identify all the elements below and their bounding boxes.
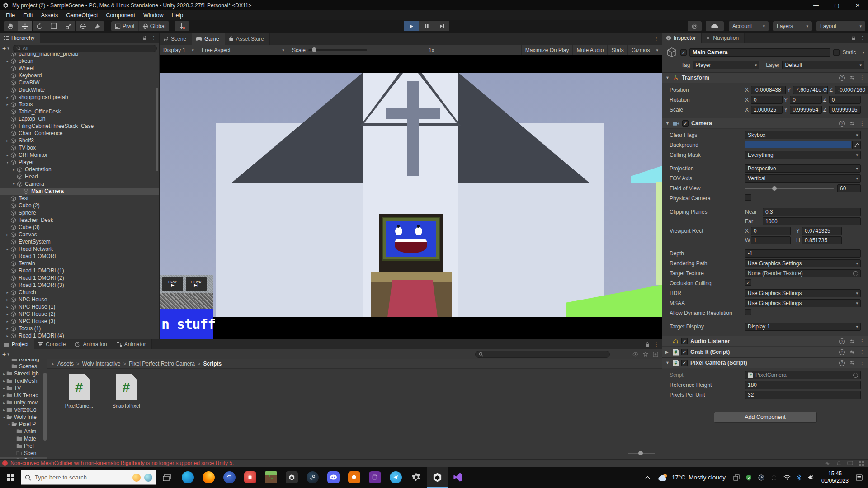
hierarchy-item[interactable]: ▸Tocus (1) — [0, 325, 159, 332]
more-menu-icon[interactable]: ⋮ — [860, 35, 865, 41]
value-field[interactable]: -1 — [745, 249, 861, 258]
help-icon[interactable]: ? — [839, 349, 845, 355]
presets-icon[interactable] — [849, 360, 855, 366]
collapsed-arrow-icon[interactable]: ▸ — [5, 139, 10, 143]
scale-slider[interactable] — [308, 49, 367, 51]
game-viewport[interactable]: PLAY ▶ F.FWD ▶| n stuff — [160, 55, 662, 339]
collapsed-arrow-icon[interactable]: ▸ — [5, 334, 10, 338]
presets-icon[interactable] — [849, 121, 855, 126]
display-dropdown[interactable]: Display 1▾ — [160, 45, 198, 55]
collapsed-arrow-icon[interactable]: ▸ — [5, 103, 10, 107]
snap-grid-button[interactable] — [175, 21, 189, 31]
hierarchy-item[interactable]: EventSystem — [0, 238, 159, 245]
hierarchy-item[interactable]: ▸NPC House (2) — [0, 310, 159, 318]
value-field[interactable]: 32 — [745, 391, 861, 399]
dropdown-field[interactable]: Display 1▾ — [745, 323, 861, 331]
collapsed-arrow-icon[interactable]: ▸ — [5, 291, 10, 295]
component-checkbox[interactable]: ✓ — [681, 338, 688, 344]
value-field[interactable]: 1 — [751, 236, 791, 244]
breadcrumb-item[interactable]: Assets — [57, 361, 74, 367]
hierarchy-item[interactable]: ▸shopping cart prefab — [0, 94, 159, 101]
collapsed-arrow-icon[interactable]: ▸ — [2, 408, 6, 412]
minimize-button[interactable]: — — [806, 0, 826, 10]
global-toggle[interactable]: Global — [139, 21, 170, 31]
collapsed-arrow-icon[interactable]: ▸ — [5, 312, 10, 316]
maximize-button[interactable]: ▢ — [826, 0, 847, 10]
menu-help[interactable]: Help — [167, 10, 187, 20]
value-field[interactable]: 0 — [751, 227, 791, 235]
project-folder-item[interactable]: Mate — [0, 435, 47, 442]
wifi-icon[interactable] — [780, 467, 794, 488]
notification-center-icon[interactable] — [853, 467, 868, 488]
value-field[interactable]: -0.0008438 — [751, 86, 786, 94]
hierarchy-item[interactable]: ▸CRTMonitor — [0, 151, 159, 159]
project-search-input[interactable] — [475, 351, 610, 358]
taskbar-weather[interactable]: 17°C Mostly cloudy — [653, 473, 730, 482]
collapsed-arrow-icon[interactable]: ▸ — [5, 95, 10, 99]
component-header-camera[interactable]: ▼ ✓ Camera ? ⋮ — [662, 118, 868, 129]
favorites-star-icon[interactable] — [643, 352, 648, 357]
taskbar-app-settings[interactable] — [406, 467, 427, 488]
project-folder-item[interactable]: ▸unity-mov — [0, 399, 47, 406]
layer-dropdown[interactable]: Default▾ — [782, 61, 864, 69]
value-field[interactable]: 1000 — [763, 217, 861, 225]
component-checkbox[interactable]: ✓ — [682, 120, 689, 127]
taskbar-app-firefox[interactable] — [198, 467, 219, 488]
menu-file[interactable]: File — [2, 10, 19, 20]
asset-tile[interactable]: #SnapToPixel — [109, 374, 143, 408]
status-bar[interactable]: ! Non-convex MeshCollider with non-kinem… — [0, 459, 868, 467]
plastic-scm-button[interactable] — [688, 21, 702, 31]
project-folder-item[interactable]: Rotating — [0, 359, 47, 363]
more-menu-icon[interactable]: ⋮ — [654, 341, 659, 347]
dropdown-field[interactable]: Vertical▾ — [745, 174, 861, 183]
help-icon[interactable]: ? — [839, 121, 845, 127]
game-control-gizmos[interactable]: Gizmos▾ — [627, 45, 662, 55]
more-menu-icon[interactable]: ⋮ — [859, 120, 865, 127]
taskbar-app-orange-app[interactable] — [344, 467, 364, 488]
taskbar-app-visual-studio[interactable] — [448, 467, 468, 488]
game-control-stats[interactable]: Stats — [607, 45, 627, 55]
hidden-count-icon[interactable] — [653, 352, 658, 357]
hand-tool-button[interactable] — [4, 21, 18, 31]
hierarchy-item[interactable]: CowBIW — [0, 79, 159, 86]
layout-grid-icon[interactable] — [859, 460, 864, 466]
tab-game[interactable]: Game — [192, 33, 225, 45]
collapsed-arrow-icon[interactable]: ▸ — [5, 298, 10, 302]
start-button[interactable] — [0, 467, 21, 488]
dropdown-field[interactable]: Skybox▾ — [745, 131, 861, 139]
component-header-pixel-camera[interactable]: ▼ # ✓ Pixel Camera (Script) ? ⋮ — [662, 357, 868, 368]
component-checkbox[interactable]: ✓ — [681, 349, 688, 355]
taskbar-app-unity-editor[interactable] — [427, 467, 448, 488]
breadcrumb-item[interactable]: Pixel Perfect Retro Camera — [129, 361, 195, 367]
game-control-mute-audio[interactable]: Mute Audio — [572, 45, 607, 55]
step-button[interactable] — [434, 21, 449, 31]
value-field[interactable]: 0 — [790, 96, 821, 104]
tab-inspector[interactable]: Inspector — [662, 33, 702, 43]
menu-assets[interactable]: Assets — [37, 10, 62, 20]
hierarchy-item[interactable]: Head — [0, 173, 159, 180]
expanded-arrow-icon[interactable]: ▾ — [5, 160, 10, 164]
hierarchy-item[interactable]: Cube (2) — [0, 202, 159, 209]
bell-off-icon[interactable] — [836, 460, 842, 466]
project-folder-item[interactable]: ▸StreetLigh — [0, 370, 47, 377]
create-object-button[interactable]: + — [2, 45, 6, 52]
move-tool-button[interactable] — [18, 21, 32, 31]
hierarchy-item[interactable]: Sphere — [0, 209, 159, 216]
dropdown-field[interactable]: Everything▾ — [745, 151, 861, 159]
hierarchy-item[interactable]: Road 1 OMORI (1) — [0, 267, 159, 274]
static-checkbox[interactable] — [833, 49, 840, 56]
menu-window[interactable]: Window — [139, 10, 167, 20]
hierarchy-item[interactable]: Road 1 OMORI (2) — [0, 274, 159, 282]
tab-animation[interactable]: Animation — [71, 339, 113, 349]
presets-icon[interactable] — [849, 338, 855, 344]
aspect-dropdown[interactable]: Free Aspect▾ — [198, 45, 288, 55]
value-field[interactable]: 0.0741325 — [802, 227, 842, 235]
close-button[interactable]: ✕ — [847, 0, 868, 10]
taskbar-app-steam[interactable] — [302, 467, 323, 488]
more-menu-icon[interactable]: ⋮ — [654, 36, 659, 42]
tab-project[interactable]: Project — [0, 339, 34, 349]
dropdown-field[interactable]: Perspective▾ — [745, 164, 861, 173]
create-dropdown-icon[interactable]: ▾ — [7, 46, 9, 51]
expanded-arrow-icon[interactable]: ▾ — [2, 415, 6, 419]
tray-chevron-up-icon[interactable] — [642, 467, 653, 488]
